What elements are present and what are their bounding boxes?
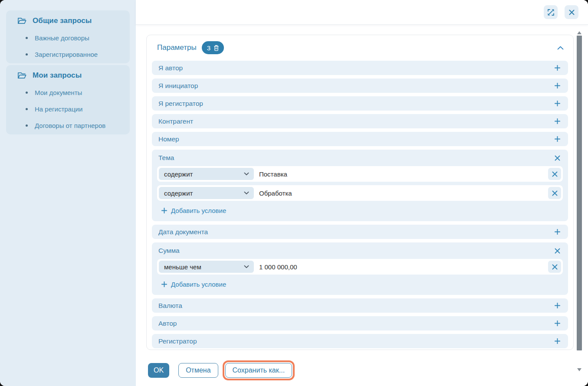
bullet-icon bbox=[26, 124, 28, 127]
filter-row-document-date[interactable]: Дата документа bbox=[152, 225, 568, 239]
chevron-down-icon bbox=[244, 191, 249, 195]
remove-condition-button[interactable] bbox=[548, 168, 561, 180]
remove-filter-icon[interactable] bbox=[554, 247, 561, 255]
plus-icon[interactable] bbox=[554, 320, 561, 327]
operator-select[interactable]: меньше чем bbox=[159, 261, 254, 273]
sidebar-group-title: Мои запросы bbox=[33, 71, 82, 80]
plus-icon bbox=[161, 281, 167, 287]
highlight-ring: Сохранить как... bbox=[223, 360, 295, 380]
bullet-icon bbox=[26, 108, 28, 110]
sidebar-item-on-registration[interactable]: На регистрации bbox=[12, 101, 124, 117]
bullet-icon bbox=[26, 53, 28, 56]
main-area: Параметры 3 bbox=[136, 0, 588, 386]
trash-icon bbox=[214, 45, 219, 51]
plus-icon[interactable] bbox=[554, 100, 561, 107]
scrollbar-thumb[interactable] bbox=[577, 36, 582, 350]
plus-icon[interactable] bbox=[554, 64, 561, 72]
scrollbar-up-arrow[interactable] bbox=[577, 31, 581, 34]
filter-row-registrar[interactable]: Регистратор bbox=[152, 334, 568, 348]
chevron-up-icon bbox=[557, 46, 564, 50]
parameters-header: Параметры 3 bbox=[147, 35, 573, 54]
scrollbar-down-arrow[interactable] bbox=[577, 368, 581, 371]
filter-row-registrar-me[interactable]: Я регистратор bbox=[152, 96, 568, 111]
parameters-panel: Параметры 3 bbox=[146, 35, 574, 350]
sidebar-group-title: Общие запросы bbox=[33, 16, 92, 25]
sidebar-item-important-contracts[interactable]: Важные договоры bbox=[12, 29, 124, 46]
close-dialog-button[interactable] bbox=[565, 5, 578, 19]
filter-section-subject: Тема содержит bbox=[152, 150, 568, 221]
filter-row-initiator-me[interactable]: Я инициатор bbox=[152, 79, 568, 93]
sidebar-item-registered[interactable]: Зарегистрированное bbox=[12, 46, 124, 62]
cancel-button[interactable]: Отмена bbox=[178, 363, 218, 378]
ok-button[interactable]: OK bbox=[148, 363, 169, 378]
bullet-icon bbox=[26, 37, 28, 39]
condition-row: меньше чем 1 000 000,00 bbox=[157, 259, 563, 275]
expand-icon bbox=[547, 9, 555, 16]
query-filter-dialog: Общие запросы Важные договоры Зарегистри… bbox=[0, 0, 588, 386]
plus-icon[interactable] bbox=[554, 82, 561, 89]
filter-rows: Я автор Я инициатор Я регистратор bbox=[147, 54, 573, 348]
plus-icon[interactable] bbox=[554, 337, 561, 345]
plus-icon[interactable] bbox=[554, 135, 561, 143]
sidebar-group-header-common[interactable]: Общие запросы bbox=[12, 14, 124, 28]
filter-row-number[interactable]: Номер bbox=[152, 132, 568, 146]
add-condition-button[interactable]: Добавить условие bbox=[157, 278, 226, 295]
chevron-down-icon bbox=[244, 172, 249, 176]
sidebar-group-header-my[interactable]: Мои запросы bbox=[12, 69, 124, 82]
clear-filters-badge[interactable]: 3 bbox=[202, 41, 224, 54]
parameters-title: Параметры bbox=[157, 43, 197, 52]
add-condition-button[interactable]: Добавить условие bbox=[157, 204, 226, 221]
condition-row: содержит Обработка bbox=[157, 185, 563, 201]
sidebar-item-my-documents[interactable]: Мои документы bbox=[12, 84, 124, 101]
folder-open-icon bbox=[17, 72, 26, 79]
dialog-footer: OK Отмена Сохранить как... bbox=[148, 360, 574, 380]
dialog-topbar bbox=[136, 0, 588, 25]
filter-row-author-me[interactable]: Я автор bbox=[152, 61, 568, 75]
collapse-parameters-button[interactable] bbox=[555, 44, 565, 52]
dialog-content: Параметры 3 bbox=[136, 25, 588, 386]
sidebar-group-items: Мои документы На регистрации Договоры от… bbox=[12, 84, 124, 134]
plus-icon[interactable] bbox=[554, 302, 561, 309]
sidebar-group-items: Важные договоры Зарегистрированное bbox=[12, 29, 124, 63]
vertical-scrollbar bbox=[577, 30, 582, 372]
filter-row-author[interactable]: Автор bbox=[152, 316, 568, 330]
operator-select[interactable]: содержит bbox=[159, 187, 254, 199]
plus-icon[interactable] bbox=[554, 228, 561, 236]
sidebar-item-partner-contracts[interactable]: Договоры от партнеров bbox=[12, 117, 124, 134]
plus-icon bbox=[161, 208, 167, 213]
condition-row: содержит Поставка bbox=[157, 166, 563, 182]
sidebar-group-my-queries: Мои запросы Мои документы На регистрации… bbox=[6, 65, 130, 134]
sidebar: Общие запросы Важные договоры Зарегистри… bbox=[0, 0, 136, 386]
expand-dialog-button[interactable] bbox=[544, 5, 558, 19]
remove-condition-button[interactable] bbox=[548, 187, 561, 199]
condition-value-input[interactable]: Поставка bbox=[259, 170, 548, 178]
condition-value-input[interactable]: Обработка bbox=[259, 190, 548, 197]
filter-section-amount: Сумма меньше чем bbox=[152, 242, 568, 295]
chevron-down-icon bbox=[244, 265, 249, 268]
bullet-icon bbox=[26, 92, 28, 94]
filter-row-currency[interactable]: Валюта bbox=[152, 298, 568, 313]
sidebar-group-common-queries: Общие запросы Важные договоры Зарегистри… bbox=[6, 10, 130, 63]
remove-filter-icon[interactable] bbox=[554, 154, 561, 162]
filter-row-counterparty[interactable]: Контрагент bbox=[152, 114, 568, 128]
condition-value-input[interactable]: 1 000 000,00 bbox=[259, 263, 548, 271]
remove-condition-button[interactable] bbox=[548, 261, 561, 273]
filter-section-subject-header: Тема bbox=[157, 150, 563, 166]
operator-select[interactable]: содержит bbox=[159, 168, 254, 180]
save-as-button[interactable]: Сохранить как... bbox=[225, 363, 292, 378]
filters-count: 3 bbox=[207, 44, 210, 52]
plus-icon[interactable] bbox=[554, 118, 561, 125]
close-icon bbox=[568, 9, 575, 16]
folder-open-icon bbox=[17, 17, 26, 25]
filter-section-amount-header: Сумма bbox=[157, 242, 563, 259]
